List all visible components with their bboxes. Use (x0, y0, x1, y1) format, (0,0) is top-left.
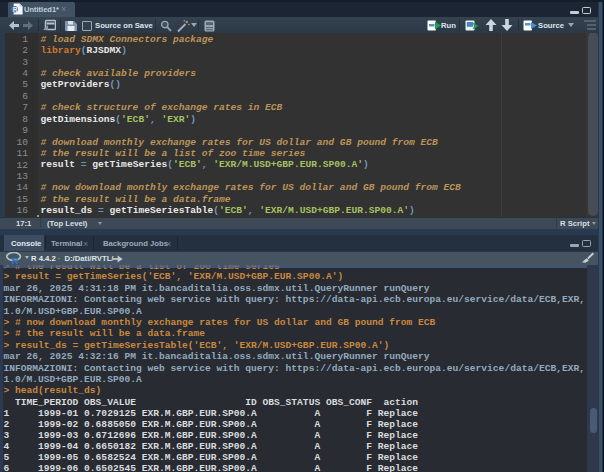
svg-text:R: R (12, 6, 17, 13)
svg-text:R: R (11, 254, 18, 265)
